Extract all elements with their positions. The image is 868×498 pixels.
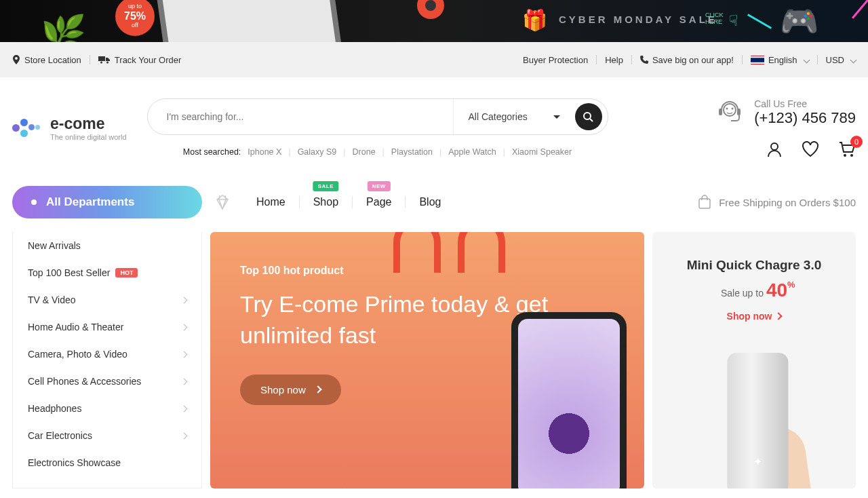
svg-point-6 xyxy=(771,143,778,150)
track-order-link[interactable]: Track Your Order xyxy=(98,55,182,65)
chevron-down-icon xyxy=(803,56,810,63)
decor-line xyxy=(747,14,772,29)
truck-icon xyxy=(98,56,111,64)
badge-upto: up to xyxy=(128,3,142,10)
dot-icon xyxy=(31,199,37,205)
promo-banner[interactable]: 🌿 up to 75% off 🎁 CYBER MONDAY SALE CLIC… xyxy=(0,0,868,42)
chevron-right-icon xyxy=(314,386,321,394)
search-term[interactable]: Drone xyxy=(353,147,376,157)
help-link[interactable]: Help xyxy=(605,55,623,65)
svg-rect-3 xyxy=(737,109,741,115)
category-selector[interactable]: All Categories xyxy=(453,99,575,134)
sidebar-item[interactable]: Electronics Showcase xyxy=(13,449,201,476)
search-bar: All Categories xyxy=(147,98,608,135)
site-header: e-come The online digital world All Cate… xyxy=(0,77,868,167)
headphone-illustration xyxy=(417,0,444,19)
svg-point-1 xyxy=(724,104,736,116)
sidebar-item-label: Home Audio & Theater xyxy=(28,322,123,332)
badge-pct: 75% xyxy=(124,10,146,22)
search-icon xyxy=(583,112,593,122)
logo-tagline: The online digital world xyxy=(50,133,127,141)
headphones-product-image xyxy=(393,232,522,307)
currency-selector[interactable]: USD xyxy=(826,55,856,65)
store-location-link[interactable]: Store Location xyxy=(12,55,81,65)
sidebar-item[interactable]: Home Audio & Theater xyxy=(13,313,201,341)
svg-point-5 xyxy=(732,108,734,110)
separator xyxy=(742,55,743,64)
phone-icon xyxy=(640,56,648,64)
site-logo[interactable]: e-come The online digital world xyxy=(12,115,127,141)
sidebar-item[interactable]: TV & Video xyxy=(13,286,201,313)
category-sidebar: New ArrivalsTop 100 Best SellerHOTTV & V… xyxy=(12,232,202,489)
sidebar-item[interactable]: Headphones xyxy=(13,395,201,422)
store-location-label: Store Location xyxy=(24,55,81,65)
sidebar-item[interactable]: Car Electronics xyxy=(13,422,201,449)
promo-sale: Sale up to 40% xyxy=(666,280,842,301)
user-icon xyxy=(766,141,783,157)
bag-icon xyxy=(697,195,712,210)
chevron-right-icon xyxy=(181,351,188,358)
flag-icon xyxy=(751,56,764,64)
svg-point-8 xyxy=(850,154,853,157)
most-searched-label: Most searched: xyxy=(183,147,241,157)
separator xyxy=(90,55,90,64)
plant-icon: 🌿 xyxy=(41,13,86,42)
cart-count-badge: 0 xyxy=(850,136,863,148)
nav-shop[interactable]: SALEShop xyxy=(299,196,352,208)
buyer-protection-link[interactable]: Buyer Protection xyxy=(523,55,588,65)
cart-button[interactable]: 0 xyxy=(838,141,856,157)
shop-now-button[interactable]: Shop now xyxy=(240,375,341,405)
sale-pill: SALE xyxy=(313,181,338,191)
sidebar-item[interactable]: New Arrivals xyxy=(13,232,201,259)
nav-blog[interactable]: Blog xyxy=(405,196,454,208)
discount-badge: up to 75% off xyxy=(115,0,155,36)
sidebar-item-label: Cell Phones & Accessories xyxy=(28,376,141,387)
wishlist-button[interactable] xyxy=(802,141,819,157)
all-departments-button[interactable]: All Departments xyxy=(12,186,202,218)
search-button[interactable] xyxy=(575,103,602,130)
search-term[interactable]: Galaxy S9 xyxy=(298,147,337,157)
chevron-down-icon xyxy=(850,56,857,63)
svg-rect-9 xyxy=(699,199,710,208)
logo-name: e-come xyxy=(50,115,127,133)
sidebar-item-label: Electronics Showcase xyxy=(28,457,121,468)
banner-text: CYBER MONDAY SALE xyxy=(559,14,717,25)
language-selector[interactable]: English xyxy=(751,55,809,65)
side-promo[interactable]: Mini Quick Chagre 3.0 Sale up to 40% Sho… xyxy=(652,232,856,489)
decor-line xyxy=(852,0,868,19)
nav-page[interactable]: NEWPage xyxy=(352,196,405,208)
hero-banner[interactable]: Top 100 hot product Try E-come Prime tod… xyxy=(210,232,644,489)
logo-text: e-come The online digital world xyxy=(50,115,127,141)
track-order-label: Track Your Order xyxy=(115,55,182,65)
search-term[interactable]: Apple Watch xyxy=(448,147,496,157)
app-promo-link[interactable]: Save big on our app! xyxy=(640,55,734,65)
headset-icon xyxy=(715,98,745,128)
chevron-right-icon xyxy=(181,378,188,385)
main-nav: All Departments Home SALEShop NEWPage Bl… xyxy=(0,167,868,224)
sidebar-item-label: New Arrivals xyxy=(28,240,81,251)
main-content: New ArrivalsTop 100 Best SellerHOTTV & V… xyxy=(0,224,868,489)
search-term[interactable]: Playstation xyxy=(391,147,433,157)
laptop-illustration xyxy=(156,0,346,42)
call-label: Call Us Free xyxy=(754,98,856,109)
search-term[interactable]: Xiaomi Speaker xyxy=(512,147,572,157)
chevron-right-icon xyxy=(181,405,188,412)
badge-off: off xyxy=(132,22,138,29)
cursor-icon: ☟ xyxy=(729,12,738,30)
top-bar: Store Location Track Your Order Buyer Pr… xyxy=(0,42,868,77)
sidebar-item[interactable]: Top 100 Best SellerHOT xyxy=(13,259,201,286)
chevron-right-icon xyxy=(181,324,188,330)
search-term[interactable]: Iphone X xyxy=(248,147,281,157)
nav-home[interactable]: Home xyxy=(243,196,299,208)
promo-shop-now-link[interactable]: Shop now xyxy=(727,311,782,322)
click-here-text: CLICKHERE xyxy=(705,12,724,26)
powerbank-image xyxy=(727,353,788,489)
gamepad-icon: 🎮 xyxy=(780,3,818,39)
diamond-icon xyxy=(214,194,231,210)
account-button[interactable] xyxy=(766,141,783,157)
sidebar-item[interactable]: Camera, Photo & Video xyxy=(13,341,201,368)
search-input[interactable] xyxy=(148,111,453,122)
separator xyxy=(631,55,632,64)
sidebar-item[interactable]: Cell Phones & Accessories xyxy=(13,368,201,395)
chevron-right-icon xyxy=(775,312,783,320)
